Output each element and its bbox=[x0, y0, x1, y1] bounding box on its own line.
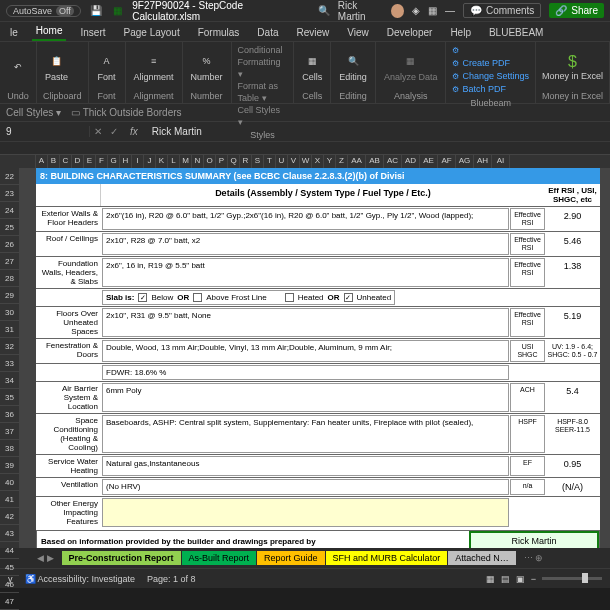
tab-pagelayout[interactable]: Page Layout bbox=[120, 24, 184, 41]
app-icon[interactable]: ▦ bbox=[428, 5, 437, 16]
font-button[interactable]: AFont bbox=[95, 49, 119, 84]
row-label: Exterior Walls & Floor Headers bbox=[36, 207, 101, 231]
bb-batch-pdf[interactable]: Batch PDF bbox=[452, 83, 529, 96]
paste-button[interactable]: 📋Paste bbox=[43, 49, 70, 84]
row-headers[interactable]: 2223242526272829303132333435363738394041… bbox=[0, 168, 20, 548]
bluebeam-label: Bluebeam bbox=[452, 96, 529, 108]
name-box[interactable]: 9 bbox=[0, 126, 90, 137]
value-cell: 5.4 bbox=[545, 382, 600, 413]
tab-data[interactable]: Data bbox=[253, 24, 282, 41]
analysis-label: Analysis bbox=[382, 89, 440, 101]
fx-accept[interactable]: ✓ bbox=[106, 126, 122, 137]
font-label: Font bbox=[95, 89, 119, 101]
styles-label: Styles bbox=[238, 128, 288, 140]
preparer-cell[interactable]: Rick Martin bbox=[469, 531, 599, 548]
cell-input[interactable]: 2x6"(16 in), R20 @ 6.0" batt, 1/2" Gyp.;… bbox=[102, 208, 509, 230]
bb-create-pdf[interactable]: Create PDF bbox=[452, 57, 529, 70]
money-button[interactable]: $Money in Excel bbox=[542, 53, 603, 81]
fx-icon[interactable]: fx bbox=[122, 126, 146, 137]
tab-bluebeam[interactable]: BLUEBEAM bbox=[485, 24, 547, 41]
ruler bbox=[0, 142, 610, 154]
cell-input[interactable]: Natural gas,Instantaneous bbox=[102, 456, 509, 476]
eff-cell: n/a bbox=[510, 479, 545, 495]
view-normal-icon[interactable]: ▦ bbox=[486, 574, 495, 584]
comments-button[interactable]: 💬 Comments bbox=[463, 3, 541, 18]
value-cell: UV: 1.9 - 6.4; SHGC: 0.5 - 0.7 bbox=[545, 339, 600, 363]
excel-icon: ▦ bbox=[111, 4, 125, 18]
tab-insert[interactable]: Insert bbox=[76, 24, 109, 41]
ribbon-tabs: le Home Insert Page Layout Formulas Data… bbox=[0, 22, 610, 42]
cell-input[interactable]: Double, Wood, 13 mm Air;Double, Vinyl, 1… bbox=[102, 340, 509, 362]
cell-styles-button[interactable]: Cell Styles ▾ bbox=[238, 104, 288, 128]
slab-row: Slab is: ✓Below OR Above Frost Line Heat… bbox=[102, 290, 395, 305]
tab-review[interactable]: Review bbox=[292, 24, 333, 41]
row-label: Roof / Ceilings bbox=[36, 232, 101, 256]
sheet-tab-guide[interactable]: Report Guide bbox=[257, 551, 325, 565]
cells-button[interactable]: ▦Cells bbox=[300, 49, 324, 84]
eff-cell: EF bbox=[510, 456, 545, 476]
tab-home[interactable]: Home bbox=[32, 22, 67, 41]
value-cell: HSPF-8.0 SEER-11.5 bbox=[545, 414, 600, 454]
number-button[interactable]: %Number bbox=[189, 49, 225, 84]
minimize-icon[interactable]: — bbox=[445, 5, 455, 16]
tab-file[interactable]: le bbox=[6, 24, 22, 41]
row-label: Ventilation bbox=[36, 478, 101, 496]
format-table-button[interactable]: Format as Table ▾ bbox=[238, 80, 288, 104]
cell-input[interactable]: 2x10", R28 @ 7.0" batt, x2 bbox=[102, 233, 509, 255]
save-icon[interactable]: 💾 bbox=[89, 4, 103, 18]
row-label: Fenestration & Doors bbox=[36, 339, 101, 363]
eff-cell: USI SHGC bbox=[510, 340, 545, 362]
tab-help[interactable]: Help bbox=[446, 24, 475, 41]
tab-nav[interactable]: ◀ ▶ bbox=[30, 551, 61, 565]
checkbox-unheated[interactable]: ✓ bbox=[344, 293, 353, 302]
sheet-tab-asbuilt[interactable]: As-Built Report bbox=[182, 551, 257, 565]
view-break-icon[interactable]: ▣ bbox=[516, 574, 525, 584]
cell-input[interactable]: Baseboards, ASHP: Central split system, … bbox=[102, 415, 509, 453]
alignment-button[interactable]: ≡Alignment bbox=[132, 49, 176, 84]
checkbox-heated[interactable] bbox=[285, 293, 294, 302]
cell-styles-dropdown[interactable]: Cell Styles ▾ bbox=[6, 107, 61, 118]
value-cell: 5.46 bbox=[545, 232, 600, 256]
autosave-toggle[interactable]: AutoSave Off bbox=[6, 5, 81, 17]
sheet-tab-more[interactable]: ⋯ ⊕ bbox=[517, 551, 551, 565]
share-button[interactable]: 🔗 Share bbox=[549, 3, 604, 18]
undo-button[interactable]: ↶ bbox=[6, 55, 30, 79]
editing-label: Editing bbox=[337, 89, 369, 101]
zoom-out-icon[interactable]: − bbox=[531, 574, 536, 584]
cell-input[interactable] bbox=[102, 498, 509, 527]
user-name[interactable]: Rick Martin bbox=[338, 0, 383, 22]
cell-input[interactable]: (No HRV) bbox=[102, 479, 509, 495]
analyze-button[interactable]: ▦Analyze Data bbox=[382, 49, 440, 84]
column-headers[interactable]: ABCDEFGHIJKLMNOPQRSTUVWXYZAAABACADAEAFAG… bbox=[0, 154, 610, 168]
tab-developer[interactable]: Developer bbox=[383, 24, 437, 41]
zoom-slider[interactable] bbox=[542, 577, 602, 580]
sheet-tab-precon[interactable]: Pre-Construction Report bbox=[62, 551, 181, 565]
worksheet[interactable]: 8: BUILDING CHARACTERISTICS SUMMARY (see… bbox=[36, 168, 600, 548]
search-icon[interactable]: 🔍 bbox=[318, 5, 330, 16]
tab-formulas[interactable]: Formulas bbox=[194, 24, 244, 41]
row-label: Foundation Walls, Headers, & Slabs bbox=[36, 257, 101, 288]
cell-input[interactable]: FDWR: 18.6% % bbox=[102, 365, 509, 380]
tab-view[interactable]: View bbox=[343, 24, 373, 41]
undo-label: Undo bbox=[6, 89, 30, 101]
avatar[interactable] bbox=[391, 4, 404, 18]
borders-dropdown[interactable]: ▭ Thick Outside Borders bbox=[71, 107, 182, 118]
section-header: 8: BUILDING CHARACTERISTICS SUMMARY (see… bbox=[36, 168, 600, 184]
checkbox-above[interactable] bbox=[193, 293, 202, 302]
cell-input[interactable]: 2x10", R31 @ 9.5" batt, None bbox=[102, 308, 509, 337]
row-label: Service Water Heating bbox=[36, 455, 101, 477]
cell-input[interactable]: 2x6", 16 in, R19 @ 5.5" batt bbox=[102, 258, 509, 287]
diamond-icon[interactable]: ◈ bbox=[412, 5, 420, 16]
cond-format-button[interactable]: Conditional Formatting ▾ bbox=[238, 44, 288, 80]
bb-change-settings[interactable]: Change Settings bbox=[452, 70, 529, 83]
cell-input[interactable]: 6mm Poly bbox=[102, 383, 509, 412]
sheet-tab-calc[interactable]: SFH and MURB Calculator bbox=[326, 551, 448, 565]
fx-cancel[interactable]: ✕ bbox=[90, 126, 106, 137]
sheet-tab-attached[interactable]: Attached N… bbox=[448, 551, 516, 565]
checkbox-below[interactable]: ✓ bbox=[138, 293, 147, 302]
view-layout-icon[interactable]: ▤ bbox=[501, 574, 510, 584]
status-accessibility[interactable]: ♿ Accessibility: Investigate bbox=[25, 574, 136, 584]
row-label: Floors Over Unheated Spaces bbox=[36, 307, 101, 338]
editing-button[interactable]: 🔍Editing bbox=[337, 49, 369, 84]
formula-bar[interactable]: Rick Martin bbox=[146, 126, 208, 137]
